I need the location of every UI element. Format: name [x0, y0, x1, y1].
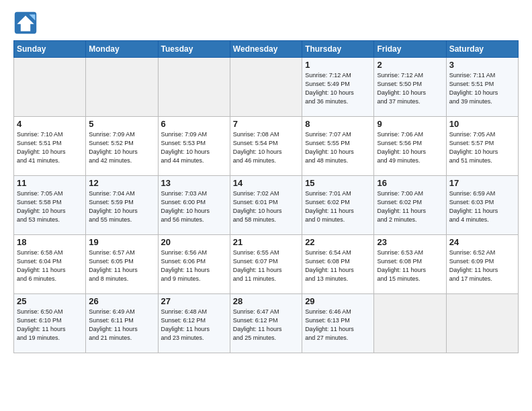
day-number: 16 [377, 178, 443, 188]
day-info: Sunrise: 7:05 AMSunset: 5:57 PMDaylight:… [449, 130, 515, 165]
calendar-cell [230, 58, 302, 117]
day-number: 24 [449, 237, 515, 247]
day-number: 9 [377, 119, 443, 129]
calendar-cell: 21Sunrise: 6:55 AMSunset: 6:07 PMDayligh… [230, 235, 302, 294]
calendar-week-row: 4Sunrise: 7:10 AMSunset: 5:51 PMDaylight… [14, 117, 519, 176]
day-header-monday: Monday [86, 41, 158, 58]
day-info: Sunrise: 7:10 AMSunset: 5:51 PMDaylight:… [17, 130, 83, 165]
day-number: 25 [17, 296, 83, 306]
day-info: Sunrise: 7:08 AMSunset: 5:54 PMDaylight:… [233, 130, 299, 165]
calendar-cell: 12Sunrise: 7:04 AMSunset: 5:59 PMDayligh… [86, 176, 158, 235]
calendar-cell: 16Sunrise: 7:00 AMSunset: 6:02 PMDayligh… [374, 176, 446, 235]
calendar-cell: 1Sunrise: 7:12 AMSunset: 5:49 PMDaylight… [302, 58, 374, 117]
day-number: 21 [233, 237, 299, 247]
day-info: Sunrise: 6:54 AMSunset: 6:08 PMDaylight:… [305, 248, 371, 283]
day-info: Sunrise: 7:02 AMSunset: 6:01 PMDaylight:… [233, 189, 299, 224]
calendar-cell: 27Sunrise: 6:48 AMSunset: 6:12 PMDayligh… [158, 294, 230, 353]
day-info: Sunrise: 7:07 AMSunset: 5:55 PMDaylight:… [305, 130, 371, 165]
day-number: 22 [305, 237, 371, 247]
day-info: Sunrise: 6:53 AMSunset: 6:08 PMDaylight:… [377, 248, 443, 283]
day-number: 3 [449, 60, 515, 70]
day-info: Sunrise: 7:09 AMSunset: 5:53 PMDaylight:… [161, 130, 227, 165]
calendar-cell: 29Sunrise: 6:46 AMSunset: 6:13 PMDayligh… [302, 294, 374, 353]
day-info: Sunrise: 6:48 AMSunset: 6:12 PMDaylight:… [161, 308, 227, 342]
day-number: 17 [449, 178, 515, 188]
day-number: 20 [161, 237, 227, 247]
calendar-cell: 4Sunrise: 7:10 AMSunset: 5:51 PMDaylight… [14, 117, 86, 176]
calendar-cell: 9Sunrise: 7:06 AMSunset: 5:56 PMDaylight… [374, 117, 446, 176]
day-header-thursday: Thursday [302, 41, 374, 58]
calendar-cell [14, 58, 86, 117]
calendar-table: SundayMondayTuesdayWednesdayThursdayFrid… [13, 40, 519, 353]
day-header-friday: Friday [374, 41, 446, 58]
day-info: Sunrise: 6:59 AMSunset: 6:03 PMDaylight:… [449, 189, 515, 224]
day-number: 1 [305, 60, 371, 70]
day-info: Sunrise: 6:50 AMSunset: 6:10 PMDaylight:… [17, 308, 83, 342]
day-info: Sunrise: 7:01 AMSunset: 6:02 PMDaylight:… [305, 189, 371, 224]
day-info: Sunrise: 6:49 AMSunset: 6:11 PMDaylight:… [89, 308, 154, 342]
calendar-cell: 19Sunrise: 6:57 AMSunset: 6:05 PMDayligh… [86, 235, 158, 294]
logo [13, 11, 42, 35]
calendar-cell: 7Sunrise: 7:08 AMSunset: 5:54 PMDaylight… [230, 117, 302, 176]
day-header-sunday: Sunday [14, 41, 86, 58]
calendar-cell: 26Sunrise: 6:49 AMSunset: 6:11 PMDayligh… [86, 294, 158, 353]
day-info: Sunrise: 7:12 AMSunset: 5:49 PMDaylight:… [305, 71, 371, 106]
day-info: Sunrise: 7:11 AMSunset: 5:51 PMDaylight:… [449, 71, 515, 106]
day-number: 6 [161, 119, 227, 129]
day-info: Sunrise: 7:04 AMSunset: 5:59 PMDaylight:… [89, 189, 154, 224]
logo-icon [13, 11, 38, 35]
calendar-cell: 20Sunrise: 6:56 AMSunset: 6:06 PMDayligh… [158, 235, 230, 294]
day-info: Sunrise: 6:47 AMSunset: 6:12 PMDaylight:… [233, 308, 299, 342]
calendar-cell: 11Sunrise: 7:05 AMSunset: 5:58 PMDayligh… [14, 176, 86, 235]
calendar-cell: 6Sunrise: 7:09 AMSunset: 5:53 PMDaylight… [158, 117, 230, 176]
day-info: Sunrise: 7:12 AMSunset: 5:50 PMDaylight:… [377, 71, 443, 106]
day-number: 23 [377, 237, 443, 247]
day-info: Sunrise: 6:56 AMSunset: 6:06 PMDaylight:… [161, 248, 227, 283]
day-number: 5 [89, 119, 154, 129]
calendar-cell [86, 58, 158, 117]
day-number: 12 [89, 178, 154, 188]
day-number: 11 [17, 178, 83, 188]
calendar-cell [158, 58, 230, 117]
calendar-cell: 15Sunrise: 7:01 AMSunset: 6:02 PMDayligh… [302, 176, 374, 235]
calendar-cell [374, 294, 446, 353]
day-info: Sunrise: 7:06 AMSunset: 5:56 PMDaylight:… [377, 130, 443, 165]
day-number: 13 [161, 178, 227, 188]
day-info: Sunrise: 7:00 AMSunset: 6:02 PMDaylight:… [377, 189, 443, 224]
day-info: Sunrise: 6:55 AMSunset: 6:07 PMDaylight:… [233, 248, 299, 283]
day-number: 4 [17, 119, 83, 129]
day-number: 2 [377, 60, 443, 70]
day-info: Sunrise: 6:52 AMSunset: 6:09 PMDaylight:… [449, 248, 515, 283]
calendar-cell: 8Sunrise: 7:07 AMSunset: 5:55 PMDaylight… [302, 117, 374, 176]
calendar-cell: 28Sunrise: 6:47 AMSunset: 6:12 PMDayligh… [230, 294, 302, 353]
calendar-week-row: 11Sunrise: 7:05 AMSunset: 5:58 PMDayligh… [14, 176, 519, 235]
day-info: Sunrise: 7:05 AMSunset: 5:58 PMDaylight:… [17, 189, 83, 224]
calendar-cell: 17Sunrise: 6:59 AMSunset: 6:03 PMDayligh… [446, 176, 518, 235]
day-info: Sunrise: 7:03 AMSunset: 6:00 PMDaylight:… [161, 189, 227, 224]
calendar-cell: 24Sunrise: 6:52 AMSunset: 6:09 PMDayligh… [446, 235, 518, 294]
day-number: 10 [449, 119, 515, 129]
day-number: 8 [305, 119, 371, 129]
calendar-cell: 2Sunrise: 7:12 AMSunset: 5:50 PMDaylight… [374, 58, 446, 117]
day-number: 15 [305, 178, 371, 188]
day-header-saturday: Saturday [446, 41, 518, 58]
day-header-wednesday: Wednesday [230, 41, 302, 58]
day-number: 19 [89, 237, 154, 247]
calendar-cell: 3Sunrise: 7:11 AMSunset: 5:51 PMDaylight… [446, 58, 518, 117]
calendar-cell: 18Sunrise: 6:58 AMSunset: 6:04 PMDayligh… [14, 235, 86, 294]
day-number: 29 [305, 296, 371, 306]
page-header [13, 11, 519, 35]
calendar-cell: 10Sunrise: 7:05 AMSunset: 5:57 PMDayligh… [446, 117, 518, 176]
day-info: Sunrise: 7:09 AMSunset: 5:52 PMDaylight:… [89, 130, 154, 165]
day-number: 7 [233, 119, 299, 129]
calendar-cell: 5Sunrise: 7:09 AMSunset: 5:52 PMDaylight… [86, 117, 158, 176]
day-number: 28 [233, 296, 299, 306]
day-number: 18 [17, 237, 83, 247]
calendar-cell: 22Sunrise: 6:54 AMSunset: 6:08 PMDayligh… [302, 235, 374, 294]
day-info: Sunrise: 6:57 AMSunset: 6:05 PMDaylight:… [89, 248, 154, 283]
calendar-cell: 25Sunrise: 6:50 AMSunset: 6:10 PMDayligh… [14, 294, 86, 353]
day-number: 27 [161, 296, 227, 306]
calendar-cell: 23Sunrise: 6:53 AMSunset: 6:08 PMDayligh… [374, 235, 446, 294]
day-info: Sunrise: 6:58 AMSunset: 6:04 PMDaylight:… [17, 248, 83, 283]
day-number: 14 [233, 178, 299, 188]
